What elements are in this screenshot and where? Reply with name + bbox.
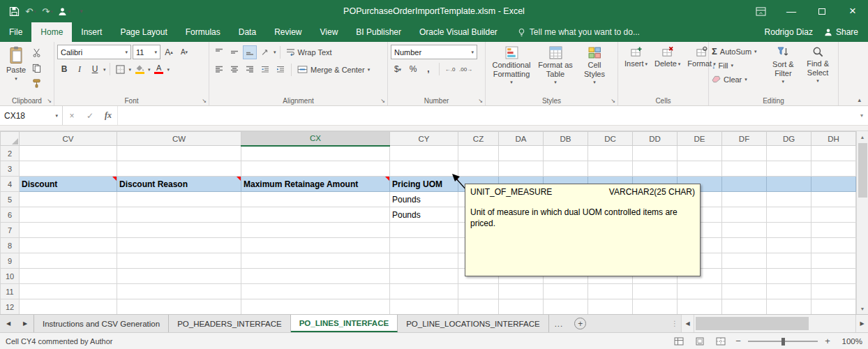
sheet-tab-instructions[interactable]: Instructions and CSV Generation bbox=[33, 315, 169, 332]
cell[interactable] bbox=[390, 284, 458, 299]
fill-button[interactable]: ↓ Fill▾ bbox=[712, 59, 766, 72]
cell[interactable] bbox=[767, 269, 811, 284]
cell[interactable] bbox=[588, 161, 633, 177]
format-as-table-button[interactable]: Format as Table ▾ bbox=[534, 45, 576, 86]
cell[interactable] bbox=[20, 253, 117, 269]
cell[interactable] bbox=[722, 161, 767, 177]
cell[interactable] bbox=[811, 177, 856, 192]
cell[interactable] bbox=[767, 238, 811, 253]
paste-button[interactable]: Paste ▾ bbox=[3, 45, 29, 82]
cell[interactable] bbox=[811, 299, 856, 315]
cell[interactable] bbox=[811, 253, 856, 269]
tell-me-box[interactable]: Tell me what you want to do... bbox=[518, 22, 640, 42]
cell[interactable] bbox=[241, 192, 390, 207]
cell[interactable] bbox=[117, 146, 241, 161]
cell[interactable] bbox=[767, 207, 811, 223]
shrink-font-button[interactable]: A▾ bbox=[177, 45, 191, 59]
cell[interactable] bbox=[767, 253, 811, 269]
font-color-button[interactable]: A bbox=[152, 62, 166, 76]
cell[interactable] bbox=[811, 192, 856, 207]
cell[interactable] bbox=[678, 284, 722, 299]
conditional-formatting-button[interactable]: Conditional Formatting ▾ bbox=[488, 45, 534, 86]
percent-style-button[interactable]: % bbox=[406, 62, 420, 76]
cell[interactable] bbox=[722, 146, 767, 161]
cell[interactable] bbox=[767, 161, 811, 177]
sheet-tab-po-headers-interface[interactable]: PO_HEADERS_INTERFACE bbox=[169, 315, 291, 332]
tab-insert[interactable]: Insert bbox=[72, 22, 111, 42]
comma-style-button[interactable]: , bbox=[421, 62, 435, 76]
cell[interactable] bbox=[117, 238, 241, 253]
redo-button[interactable]: ↷▾ bbox=[40, 3, 54, 20]
tab-file[interactable]: File bbox=[0, 22, 31, 42]
chevron-down-icon[interactable]: ▾ bbox=[103, 67, 106, 72]
zoom-slider-thumb[interactable] bbox=[781, 338, 785, 346]
cell-cw4[interactable]: Discount Reason bbox=[117, 177, 241, 192]
chevron-down-icon[interactable]: ▾ bbox=[167, 67, 170, 72]
cell[interactable] bbox=[588, 146, 633, 161]
column-header[interactable]: DD bbox=[633, 132, 678, 146]
wrap-text-button[interactable]: Wrap Text bbox=[284, 45, 334, 59]
font-name-select[interactable]: Calibri▾ bbox=[57, 45, 131, 59]
cell-cv4[interactable]: Discount bbox=[20, 177, 117, 192]
chevron-down-icon[interactable]: ▾ bbox=[129, 67, 132, 72]
cell[interactable] bbox=[633, 299, 678, 315]
grow-font-button[interactable]: A▴ bbox=[162, 45, 176, 59]
scroll-left-icon[interactable]: ◀ bbox=[681, 315, 694, 332]
name-box[interactable]: CX18 ▾ bbox=[0, 106, 63, 125]
tab-bi-publisher[interactable]: BI Publisher bbox=[347, 22, 410, 42]
format-painter-button[interactable] bbox=[29, 76, 43, 90]
cell[interactable] bbox=[811, 284, 856, 299]
align-right-button[interactable] bbox=[243, 63, 257, 77]
tab-home[interactable]: Home bbox=[31, 22, 72, 42]
cell[interactable] bbox=[811, 269, 856, 284]
column-header[interactable]: DC bbox=[588, 132, 633, 146]
cell[interactable] bbox=[722, 269, 767, 284]
cell[interactable] bbox=[241, 269, 390, 284]
tab-data[interactable]: Data bbox=[230, 22, 265, 42]
save-icon[interactable] bbox=[7, 3, 21, 20]
account-icon[interactable]: ▾ bbox=[57, 3, 71, 20]
clipboard-dialog-launcher[interactable]: ↘ bbox=[47, 98, 52, 104]
cell[interactable] bbox=[767, 146, 811, 161]
cell[interactable] bbox=[390, 253, 458, 269]
cell[interactable] bbox=[241, 207, 390, 223]
cell[interactable] bbox=[633, 161, 678, 177]
row-header[interactable]: 9 bbox=[1, 253, 20, 269]
formula-input[interactable] bbox=[117, 106, 855, 125]
cell[interactable] bbox=[544, 161, 588, 177]
cell[interactable] bbox=[458, 284, 499, 299]
column-header[interactable]: CV bbox=[20, 132, 117, 146]
row-header[interactable]: 2 bbox=[1, 146, 20, 161]
cell[interactable] bbox=[722, 177, 767, 192]
row-header[interactable]: 5 bbox=[1, 192, 20, 207]
cell[interactable] bbox=[544, 284, 588, 299]
tab-oracle-visual-builder[interactable]: Oracle Visual Builder bbox=[410, 22, 507, 42]
cell[interactable] bbox=[678, 146, 722, 161]
alignment-dialog-launcher[interactable]: ↘ bbox=[380, 98, 385, 104]
cell[interactable] bbox=[241, 284, 390, 299]
cell[interactable] bbox=[722, 284, 767, 299]
cell[interactable] bbox=[20, 146, 117, 161]
vertical-scroll-thumb[interactable] bbox=[858, 143, 867, 198]
zoom-out-button[interactable]: − bbox=[734, 336, 742, 346]
minimize-button[interactable]: — bbox=[776, 0, 807, 22]
font-dialog-launcher[interactable]: ↘ bbox=[202, 98, 207, 104]
cell[interactable] bbox=[811, 238, 856, 253]
sort-filter-button[interactable]: Sort & Filter ▾ bbox=[766, 45, 801, 85]
column-header[interactable]: DF bbox=[722, 132, 767, 146]
insert-function-button[interactable]: fx bbox=[99, 106, 117, 125]
decrease-decimal-button[interactable]: .00→ bbox=[458, 62, 473, 76]
column-header[interactable]: DG bbox=[767, 132, 811, 146]
chevron-down-icon[interactable]: ▾ bbox=[148, 67, 151, 72]
row-header[interactable]: 12 bbox=[1, 299, 20, 315]
collapse-ribbon-button[interactable]: ▴ bbox=[858, 96, 861, 103]
column-header[interactable]: CY bbox=[390, 132, 458, 146]
decrease-indent-button[interactable] bbox=[258, 63, 272, 77]
cell[interactable] bbox=[117, 223, 241, 238]
row-header[interactable]: 7 bbox=[1, 223, 20, 238]
close-button[interactable]: × bbox=[837, 0, 868, 22]
cell[interactable] bbox=[241, 238, 390, 253]
cell[interactable] bbox=[20, 238, 117, 253]
cell[interactable] bbox=[20, 192, 117, 207]
cell[interactable] bbox=[811, 146, 856, 161]
